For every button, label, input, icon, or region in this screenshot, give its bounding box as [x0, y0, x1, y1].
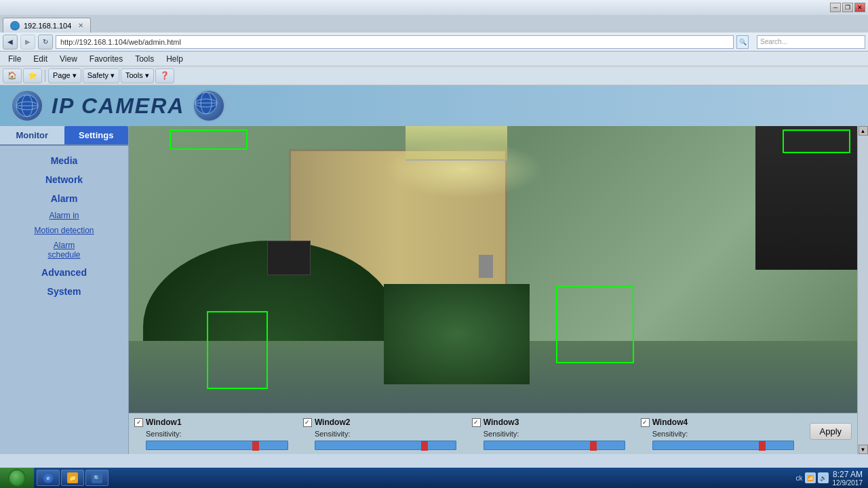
bottom-controls: ✓ Window1 Sensitivity: ✓ Window2 — [129, 413, 857, 454]
sidebar-item-advanced[interactable]: Advanced — [0, 263, 128, 282]
sidebar-item-media[interactable]: Media — [0, 151, 128, 170]
ie-icon: e — [43, 472, 54, 483]
window2-slider[interactable] — [315, 441, 457, 450]
tab-close-button[interactable]: ✕ — [78, 22, 83, 29]
scene-door-handle — [479, 255, 493, 278]
system-tray: ck 📶 🔊 — [796, 472, 829, 483]
taskbar-app-search[interactable]: 🔍 — [85, 470, 108, 486]
window4-sensitivity-label: Sensitivity: — [652, 430, 799, 438]
explorer-icon: 📁 — [67, 472, 78, 483]
clock-time: 8:27 AM — [833, 470, 863, 479]
window2-checkbox[interactable]: ✓ — [303, 418, 312, 427]
sidebar-item-motion-detection[interactable]: Motion detection — [0, 223, 128, 238]
taskbar-app-ie[interactable]: e — [37, 470, 60, 486]
close-button[interactable]: ✕ — [854, 3, 865, 12]
camera-feed — [129, 126, 857, 413]
favorites-button[interactable]: ⭐ — [23, 68, 42, 83]
scroll-down-button[interactable]: ▼ — [859, 445, 868, 454]
window2-slider-thumb[interactable] — [421, 441, 428, 451]
menu-view[interactable]: View — [54, 53, 83, 65]
sidebar-item-alarm-schedule[interactable]: Alarmschedule — [0, 238, 128, 263]
window2-label: Window2 — [315, 418, 351, 427]
window4-slider-thumb[interactable] — [759, 441, 766, 451]
video-container: connected ⊖ ⊕ ◎ 🔇 📷 ⛶ — [129, 126, 857, 413]
sidebar-item-system[interactable]: System — [0, 282, 128, 301]
scene-cabinet — [755, 126, 857, 270]
logo-globe-right — [193, 89, 225, 122]
window4-header: ✓ Window4 — [641, 418, 799, 427]
app-wrapper: IP CAMERA Monitor Settings Media Network… — [0, 85, 868, 454]
menu-tools[interactable]: Tools — [130, 53, 159, 65]
app-header: IP CAMERA — [0, 85, 868, 126]
window1-checkbox[interactable]: ✓ — [134, 418, 143, 427]
app-title: IP CAMERA — [52, 94, 184, 119]
window4-label: Window4 — [652, 418, 688, 427]
refresh-button[interactable]: ↻ — [38, 35, 53, 49]
tab-bar: 🌐 192.168.1.104 ✕ — [0, 15, 868, 33]
menu-bar: File Edit View Favorites Tools Help — [0, 52, 868, 66]
tab-favicon: 🌐 — [10, 21, 20, 30]
window1-slider[interactable] — [146, 441, 288, 450]
sidebar-item-network[interactable]: Network — [0, 170, 128, 189]
window-controls: ─ ❐ ✕ — [830, 3, 865, 12]
url-text: http://192.168.1.104/web/admin.html — [60, 38, 181, 46]
window-controls-row: ✓ Window1 Sensitivity: ✓ Window2 — [134, 418, 852, 450]
window4-slider[interactable] — [652, 441, 795, 450]
apply-button[interactable]: Apply — [810, 423, 852, 440]
tray-network-icon: 📶 — [805, 472, 816, 483]
sidebar-item-alarm[interactable]: Alarm — [0, 189, 128, 208]
window1-slider-thumb[interactable] — [252, 441, 259, 451]
start-button[interactable] — [0, 468, 34, 488]
window1-header: ✓ Window1 — [134, 418, 292, 427]
scene-sign — [267, 241, 311, 275]
scroll-up-button[interactable]: ▲ — [859, 126, 868, 136]
search-icon: 🔍 — [92, 472, 102, 483]
scrollbar: ▲ ▼ — [857, 126, 868, 454]
toolbar: 🏠 ⭐ Page ▾ Safety ▾ Tools ▾ ❓ — [0, 66, 868, 85]
window1-control: ✓ Window1 Sensitivity: — [134, 418, 292, 450]
toolbar-separator — [45, 70, 45, 82]
window1-sensitivity-label: Sensitivity: — [146, 430, 292, 438]
sidebar-nav: Media Network Alarm Alarm in Motion dete… — [0, 146, 128, 306]
tray-volume-icon: 🔊 — [818, 472, 829, 483]
tab-settings[interactable]: Settings — [64, 126, 129, 144]
window2-control: ✓ Window2 Sensitivity: — [303, 418, 461, 450]
go-button[interactable]: 🔍 — [736, 35, 749, 49]
minimize-button[interactable]: ─ — [830, 3, 841, 12]
menu-edit[interactable]: Edit — [28, 53, 53, 65]
url-input[interactable]: http://192.168.1.104/web/admin.html — [56, 35, 734, 49]
home-button[interactable]: 🏠 — [3, 68, 22, 83]
forward-button[interactable]: ▶ — [20, 35, 35, 49]
page-button[interactable]: Page ▾ — [48, 68, 81, 83]
menu-help[interactable]: Help — [161, 53, 189, 65]
window2-sensitivity-label: Sensitivity: — [315, 430, 461, 438]
back-button[interactable]: ◀ — [3, 35, 18, 49]
taskbar-app-explorer[interactable]: 📁 — [61, 470, 84, 486]
restore-button[interactable]: ❐ — [842, 3, 853, 12]
window3-slider-thumb[interactable] — [590, 441, 597, 451]
window2-header: ✓ Window2 — [303, 418, 461, 427]
sidebar-item-alarm-in[interactable]: Alarm in — [0, 208, 128, 223]
clock: 8:27 AM 12/9/2017 — [833, 470, 863, 487]
sidebar-tabs: Monitor Settings — [0, 126, 128, 146]
taskbar-right: ck 📶 🔊 8:27 AM 12/9/2017 — [796, 470, 869, 487]
window3-checkbox[interactable]: ✓ — [472, 418, 481, 427]
window1-label: Window1 — [146, 418, 182, 427]
content-area: Monitor Settings Media Network Alarm Ala… — [0, 126, 868, 454]
tab-monitor[interactable]: Monitor — [0, 126, 64, 144]
safety-button[interactable]: Safety ▾ — [83, 68, 119, 83]
sidebar: Monitor Settings Media Network Alarm Ala… — [0, 126, 129, 454]
browser-tab[interactable]: 🌐 192.168.1.104 ✕ — [3, 18, 91, 33]
window3-slider[interactable] — [484, 441, 626, 450]
tools-button[interactable]: Tools ▾ — [121, 68, 154, 83]
help-button[interactable]: ❓ — [155, 68, 174, 83]
logo-globe-left — [11, 89, 43, 122]
taskbar: e 📁 🔍 ck 📶 🔊 8:27 AM 12/9/2017 — [0, 468, 868, 488]
window4-checkbox[interactable]: ✓ — [641, 418, 650, 427]
clock-date: 12/9/2017 — [833, 479, 863, 487]
menu-file[interactable]: File — [3, 53, 26, 65]
search-box[interactable]: Search... — [757, 35, 865, 49]
taskbar-apps: e 📁 🔍 — [34, 470, 796, 486]
menu-favorites[interactable]: Favorites — [84, 53, 128, 65]
window4-control: ✓ Window4 Sensitivity: — [641, 418, 799, 450]
